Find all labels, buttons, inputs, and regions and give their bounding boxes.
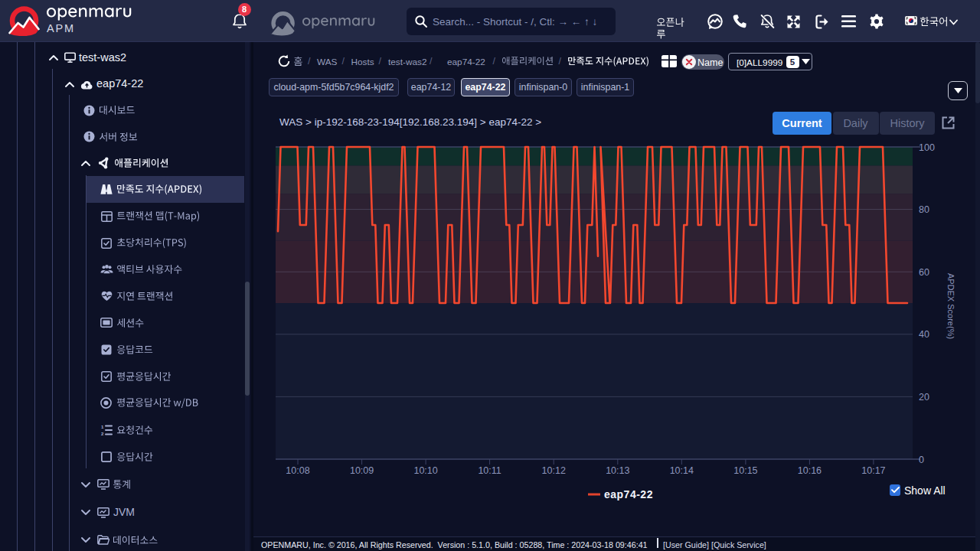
svg-text:10:17: 10:17 (861, 465, 885, 476)
svg-text:APDEX Score(%): APDEX Score(%) (946, 273, 956, 339)
svg-text:0: 0 (919, 455, 924, 465)
svg-text:10:12: 10:12 (542, 465, 566, 476)
svg-text:10:11: 10:11 (478, 465, 501, 476)
svg-text:2: 2 (101, 431, 104, 435)
svg-text:10:13: 10:13 (606, 465, 629, 476)
svg-text:60: 60 (919, 267, 929, 278)
svg-text:40: 40 (919, 329, 929, 340)
svg-text:eap74-22: eap74-22 (604, 488, 653, 500)
svg-text:10:09: 10:09 (350, 465, 374, 476)
svg-text:80: 80 (919, 204, 929, 215)
svg-text:100: 100 (919, 142, 935, 153)
svg-text:10:16: 10:16 (798, 465, 822, 476)
svg-text:20: 20 (919, 392, 929, 403)
svg-text:10:14: 10:14 (670, 465, 694, 476)
svg-text:10:08: 10:08 (286, 465, 309, 476)
svg-text:10:10: 10:10 (413, 465, 437, 476)
svg-text:1: 1 (101, 425, 104, 429)
svg-text:10:15: 10:15 (733, 465, 757, 476)
